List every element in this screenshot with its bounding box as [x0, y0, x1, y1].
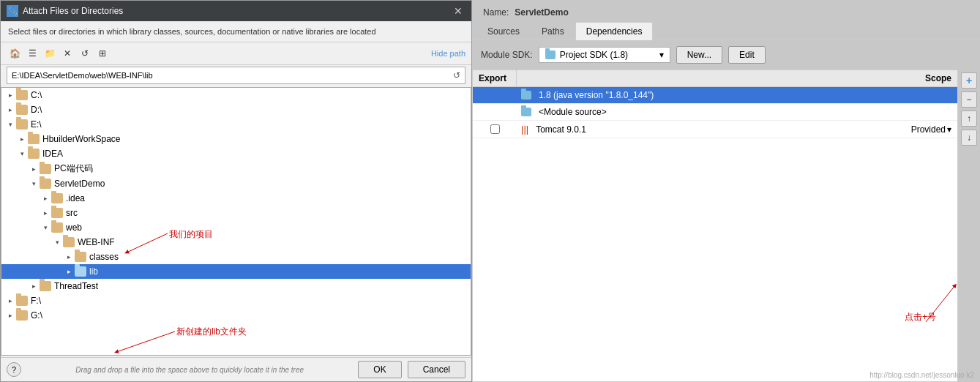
- expander-d: ▸: [4, 104, 16, 116]
- tree-item-dotidea[interactable]: ▸ .idea: [1, 191, 471, 206]
- tab-sources[interactable]: Sources: [476, 22, 531, 40]
- close-button[interactable]: ✕: [451, 5, 465, 17]
- sdk-select[interactable]: Project SDK (1.8) ▾: [539, 47, 670, 63]
- tree-label-lib: lib: [89, 266, 98, 277]
- tree-item-servletdemo[interactable]: ▾ ServletDemo: [1, 176, 471, 191]
- tree-label-d: D:\: [31, 105, 42, 115]
- sdk-label: Module SDK:: [481, 50, 533, 60]
- tree-label-e: E:\: [31, 119, 42, 130]
- help-button[interactable]: ?: [7, 362, 21, 377]
- tomcat-checkbox[interactable]: [490, 124, 500, 134]
- tree-label-web: web: [66, 222, 82, 233]
- dep-row-module-source[interactable]: <Module source>: [473, 104, 957, 121]
- folder-icon-web: [51, 222, 63, 233]
- tree-label-pc: PC端代码: [54, 162, 93, 175]
- remove-dep-button[interactable]: −: [961, 91, 977, 108]
- tree-label-dotidea: .idea: [66, 193, 85, 203]
- name-value: ServletDemo: [515, 7, 568, 18]
- home-toolbar-btn[interactable]: 🏠: [7, 45, 23, 61]
- tree-label-f: F:\: [31, 296, 41, 306]
- file-tree: ▸ C:\ ▸ D:\ ▾ E:\ ▸ HbuilderWorkSpace: [1, 87, 471, 356]
- list-toolbar-btn[interactable]: ☰: [24, 45, 40, 61]
- tree-item-hbuilder[interactable]: ▸ HbuilderWorkSpace: [1, 132, 471, 146]
- path-input[interactable]: [7, 69, 449, 82]
- sdk-folder-icon: [545, 50, 556, 59]
- right-panel: Name: ServletDemo Sources Paths Dependen…: [472, 0, 980, 382]
- tree-item-d[interactable]: ▸ D:\: [1, 102, 471, 117]
- folder-icon-f: [16, 296, 28, 306]
- dep-row-jdk[interactable]: 1.8 (java version "1.8.0_144"): [473, 87, 957, 104]
- tree-item-idea[interactable]: ▾ IDEA: [1, 146, 471, 161]
- tree-item-g[interactable]: ▸ G:\: [1, 308, 471, 323]
- tree-item-webinf[interactable]: ▾ WEB-INF: [1, 235, 471, 250]
- tree-item-web[interactable]: ▾ web: [1, 220, 471, 235]
- side-buttons: + − ↑ ↓: [958, 70, 980, 382]
- expander-idea: ▾: [16, 148, 28, 160]
- delete-toolbar-btn[interactable]: ✕: [59, 45, 75, 61]
- refresh-toolbar-btn[interactable]: ↺: [77, 45, 93, 61]
- dep-checkbox-module: [473, 109, 517, 115]
- dep-label-module: <Module source>: [539, 107, 607, 117]
- tree-item-classes[interactable]: ▸ classes: [1, 250, 471, 264]
- titlebar-left: 📎 Attach Files or Directories: [7, 5, 123, 17]
- deps-area: Export Scope 1.8 (java version "1.8.0_14…: [472, 70, 958, 382]
- dep-scope-tomcat-label: Provided: [911, 124, 946, 135]
- module-sdk-row: Module SDK: Project SDK (1.8) ▾ New... E…: [472, 40, 980, 70]
- move-up-button[interactable]: ↑: [961, 111, 977, 127]
- dep-scope-jdk: [869, 92, 957, 98]
- dialog-footer: ? Drag and drop a file into the space ab…: [1, 357, 471, 381]
- tree-item-lib[interactable]: ▸ lib: [1, 264, 471, 279]
- dialog-titlebar: 📎 Attach Files or Directories ✕: [1, 1, 471, 21]
- folder-icon-servletdemo: [40, 179, 51, 189]
- tree-label-servletdemo: ServletDemo: [54, 179, 105, 189]
- tab-dependencies[interactable]: Dependencies: [575, 22, 654, 40]
- scope-dropdown-icon[interactable]: ▾: [947, 124, 951, 135]
- expand-toolbar-btn[interactable]: ⊞: [94, 45, 111, 61]
- folder-icon-dotidea: [51, 193, 63, 203]
- dep-row-tomcat[interactable]: ||| Tomcat 9.0.1 Provided ▾: [473, 121, 957, 138]
- add-dep-button[interactable]: +: [961, 72, 977, 89]
- expander-webinf: ▾: [51, 236, 63, 248]
- expander-g: ▸: [4, 310, 16, 321]
- module-source-icon: [521, 108, 531, 116]
- new-button[interactable]: New...: [676, 46, 722, 64]
- folder-icon-d: [16, 105, 28, 115]
- folder-icon-idea: [28, 149, 40, 159]
- tree-item-pc[interactable]: ▸ PC端代码: [1, 161, 471, 176]
- sdk-value: Project SDK (1.8): [560, 50, 628, 60]
- cancel-button[interactable]: Cancel: [408, 361, 465, 378]
- tree-label-webinf: WEB-INF: [78, 237, 115, 247]
- folder-icon-c: [16, 90, 28, 100]
- ok-button[interactable]: OK: [358, 361, 401, 378]
- folder-icon-src: [51, 208, 63, 218]
- expander-hbuilder: ▸: [16, 133, 28, 145]
- tree-item-threadtest[interactable]: ▸ ThreadTest: [1, 279, 471, 293]
- expander-dotidea: ▸: [40, 192, 51, 204]
- dialog-buttons: OK Cancel: [358, 361, 465, 378]
- folder-icon-hbuilder: [28, 134, 40, 144]
- expander-e: ▾: [4, 119, 16, 130]
- newfolder-toolbar-btn[interactable]: 📁: [42, 45, 58, 61]
- tree-item-e[interactable]: ▾ E:\: [1, 117, 471, 132]
- sdk-dropdown-icon: ▾: [659, 50, 664, 60]
- dep-checkbox-tomcat[interactable]: [473, 121, 517, 137]
- tree-label-hbuilder: HbuilderWorkSpace: [42, 134, 121, 144]
- hide-path-btn[interactable]: Hide path: [431, 49, 465, 58]
- dialog-icon: 📎: [7, 5, 18, 17]
- folder-icon-pc: [40, 164, 51, 174]
- edit-button[interactable]: Edit: [728, 46, 766, 64]
- tree-item-f[interactable]: ▸ F:\: [1, 293, 471, 308]
- tab-paths[interactable]: Paths: [531, 22, 575, 40]
- tree-item-src[interactable]: ▸ src: [1, 206, 471, 220]
- dep-header-scope: Scope: [869, 70, 957, 86]
- dep-table-header: Export Scope: [473, 70, 957, 87]
- expander-web: ▾: [40, 222, 51, 233]
- path-refresh-btn[interactable]: ↺: [449, 67, 465, 83]
- dep-header-export: Export: [473, 70, 517, 86]
- move-down-button[interactable]: ↓: [961, 130, 977, 146]
- dep-scope-module: [869, 109, 957, 115]
- dependencies-table: Export Scope 1.8 (java version "1.8.0_14…: [472, 70, 958, 382]
- dialog-subtitle: Select files or directories in which lib…: [1, 21, 471, 42]
- expander-c: ▸: [4, 89, 16, 101]
- tree-item-c[interactable]: ▸ C:\: [1, 88, 471, 102]
